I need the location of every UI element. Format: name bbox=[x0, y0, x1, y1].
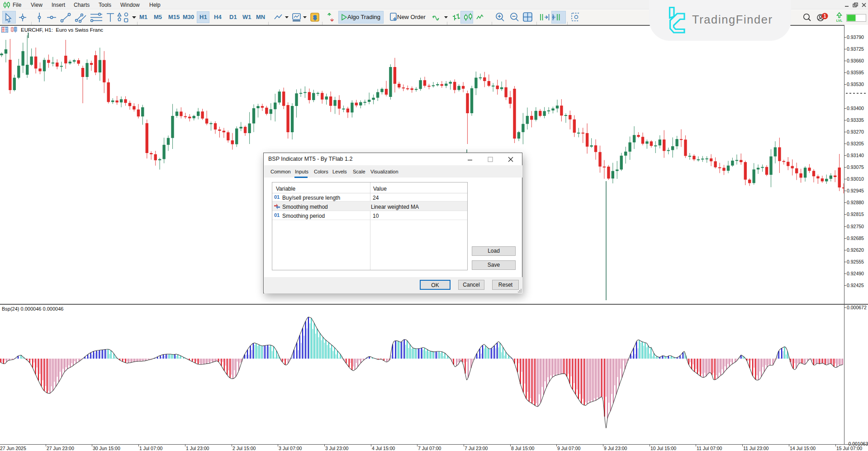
svg-text:$: $ bbox=[313, 14, 317, 21]
svg-text:LVL: LVL bbox=[836, 19, 843, 23]
svg-text:1: 1 bbox=[824, 14, 826, 19]
